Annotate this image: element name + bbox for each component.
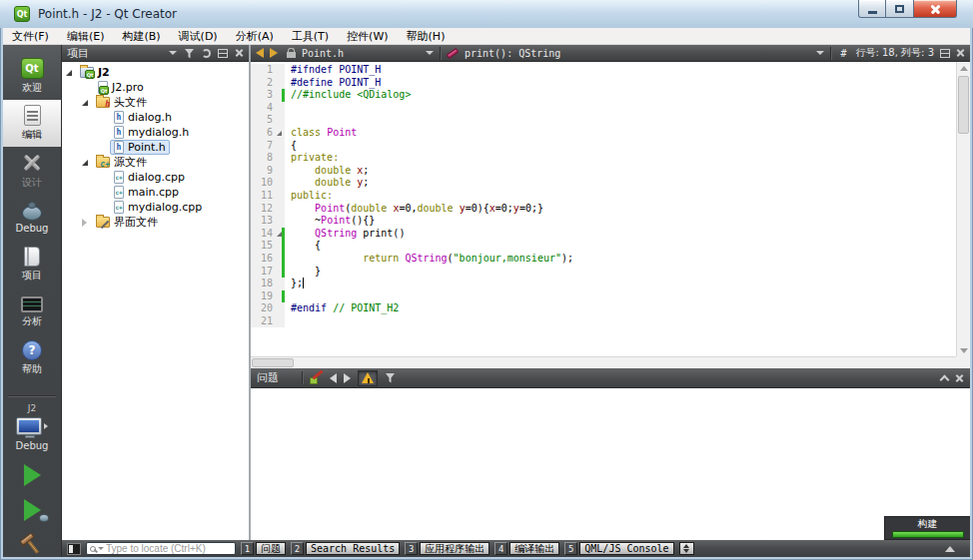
code-text[interactable]: Point(double x=0,double y=0){x=0;y=0;} — [285, 203, 543, 216]
previous-issue-icon[interactable] — [330, 373, 337, 383]
close-pane-icon[interactable] — [235, 49, 244, 58]
output-pane-button-1[interactable]: 1问题 — [241, 542, 286, 555]
locator-dropdown-icon[interactable] — [98, 547, 104, 550]
maximize-pane-icon[interactable] — [940, 374, 950, 384]
output-pane-manage-button[interactable] — [679, 542, 694, 555]
horizontal-scrollbar[interactable] — [251, 356, 956, 368]
code-line[interactable]: 6class Point — [251, 127, 956, 140]
debug-run-button[interactable] — [3, 499, 61, 521]
sync-with-editor-icon[interactable] — [202, 49, 211, 58]
fold-marker-icon[interactable] — [277, 131, 282, 136]
vertical-scrollbar[interactable] — [956, 62, 970, 356]
code-line[interactable]: 9 double x; — [251, 165, 956, 178]
code-text[interactable]: class Point — [285, 127, 357, 140]
code-text[interactable]: //#include <QDialog> — [285, 89, 411, 102]
code-line[interactable]: 16 return QString("bonjour,monsieur"); — [251, 253, 956, 266]
code-text[interactable]: }; — [285, 278, 304, 290]
code-text[interactable]: #endif // POINT_H2 — [285, 302, 399, 315]
code-text[interactable]: private: — [285, 152, 339, 165]
mode-button-edit[interactable]: 编辑 — [3, 100, 61, 147]
clean-issues-icon[interactable] — [310, 371, 323, 384]
tree-item-content[interactable]: hPoint.h — [110, 140, 170, 155]
code-line[interactable]: 15 { — [251, 240, 956, 253]
code-text[interactable]: double y; — [285, 177, 369, 190]
tree-item-mydialog.h[interactable]: hmydialog.h — [62, 125, 249, 140]
code-text[interactable]: { — [285, 240, 321, 253]
next-issue-icon[interactable] — [344, 373, 351, 383]
mode-button-qt-welcome[interactable]: Qt欢迎 — [3, 53, 61, 100]
tree-item-头文件[interactable]: h头文件 — [62, 95, 249, 110]
tree-item-content[interactable]: hmydialog.h — [110, 125, 193, 140]
tree-item-dialog.h[interactable]: hdialog.h — [62, 110, 249, 125]
minimize-button[interactable] — [858, 0, 886, 18]
code-line[interactable]: 21 — [251, 315, 956, 328]
menu-item-3[interactable]: 调试(D) — [170, 28, 227, 45]
code-line[interactable]: 14 QString print() — [251, 228, 956, 241]
code-line[interactable]: 10 double y; — [251, 177, 956, 190]
output-pane-button-4[interactable]: 4编译输出 — [494, 542, 559, 555]
code-line[interactable]: 4 — [251, 102, 956, 115]
code-text[interactable]: { — [285, 140, 297, 153]
code-line[interactable]: 20#endif // POINT_H2 — [251, 302, 956, 315]
code-text[interactable]: return QString("bonjour,monsieur"); — [285, 253, 573, 266]
menu-item-1[interactable]: 编辑(E) — [58, 28, 114, 45]
tree-item-content[interactable]: c+main.cpp — [110, 185, 183, 200]
tree-item-J2.pro[interactable]: QtJ2.pro — [62, 80, 249, 95]
show-warnings-toggle[interactable] — [358, 370, 378, 386]
code-line[interactable]: 8private: — [251, 152, 956, 165]
code-text[interactable]: } — [285, 266, 321, 279]
close-issues-pane-icon[interactable] — [955, 373, 964, 382]
code-text[interactable]: ~Point(){} — [285, 215, 375, 228]
code-text[interactable]: double x; — [285, 165, 369, 178]
output-pane-button-5[interactable]: 5QML/JS Console — [564, 542, 673, 555]
tree-item-content[interactable]: h头文件 — [92, 95, 151, 110]
code-line[interactable]: 12 Point(double x=0,double y=0){x=0;y=0;… — [251, 203, 956, 216]
code-text[interactable] — [285, 315, 291, 328]
code-text[interactable]: #define POINT_H — [285, 77, 381, 90]
tree-item-content[interactable]: c+源文件 — [92, 155, 151, 170]
tree-item-content[interactable]: QtJ2 — [76, 65, 114, 80]
tree-item-dialog.cpp[interactable]: c+dialog.cpp — [62, 170, 249, 185]
tree-item-content[interactable]: hdialog.h — [110, 110, 176, 125]
open-document-selector[interactable]: Point.h — [302, 48, 420, 59]
maximize-button[interactable] — [886, 0, 913, 18]
tree-item-content[interactable]: c+dialog.cpp — [110, 170, 189, 185]
tree-item-mydialog.cpp[interactable]: c+mydialog.cpp — [62, 200, 249, 215]
code-line[interactable]: 19 — [251, 290, 956, 303]
code-line[interactable]: 18}; — [251, 278, 956, 290]
code-editor[interactable]: 1#ifndef POINT_H2#define POINT_H3//#incl… — [251, 62, 970, 368]
output-pane-button-2[interactable]: 2Search Results — [291, 542, 400, 555]
pane-mode-dropdown-icon[interactable] — [169, 51, 177, 55]
go-forward-icon[interactable] — [270, 48, 278, 58]
kit-selector[interactable] — [3, 417, 61, 435]
code-line[interactable]: 5 — [251, 114, 956, 127]
menu-item-4[interactable]: 分析(A) — [227, 28, 283, 45]
tree-item-content[interactable]: c+mydialog.cpp — [110, 200, 206, 215]
code-line[interactable]: 2#define POINT_H — [251, 77, 956, 90]
split-editor-icon[interactable] — [940, 49, 950, 58]
locator-input[interactable] — [106, 543, 232, 554]
tree-item-content[interactable]: QtJ2.pro — [94, 80, 148, 95]
tree-item-main.cpp[interactable]: c+main.cpp — [62, 185, 249, 200]
code-line[interactable]: 3//#include <QDialog> — [251, 89, 956, 102]
mode-button-analyze[interactable]: 分析 — [3, 287, 61, 334]
menu-item-2[interactable]: 构建(B) — [113, 28, 169, 45]
collapse-arrow-icon[interactable] — [66, 70, 72, 76]
go-back-icon[interactable] — [256, 48, 264, 58]
code-text[interactable] — [285, 114, 291, 127]
titlebar[interactable]: Qt Point.h - J2 - Qt Creator — [0, 0, 973, 28]
scroll-up-icon[interactable] — [960, 66, 968, 71]
close-button[interactable] — [913, 0, 957, 18]
build-button[interactable] — [14, 526, 49, 560]
expand-arrow-icon[interactable] — [82, 219, 87, 227]
collapse-arrow-icon[interactable] — [82, 160, 88, 166]
expand-output-icon[interactable] — [945, 546, 955, 552]
line-number-toggle[interactable]: # — [837, 48, 849, 59]
code-line[interactable]: 13 ~Point(){} — [251, 215, 956, 228]
symbol-selector[interactable]: print(): QString — [465, 48, 810, 59]
split-pane-icon[interactable] — [218, 49, 228, 58]
tree-item-源文件[interactable]: c+源文件 — [62, 155, 249, 170]
toggle-sidebar-button[interactable] — [67, 543, 81, 555]
code-text[interactable]: #ifndef POINT_H — [285, 64, 381, 77]
code-line[interactable]: 7{ — [251, 140, 956, 153]
